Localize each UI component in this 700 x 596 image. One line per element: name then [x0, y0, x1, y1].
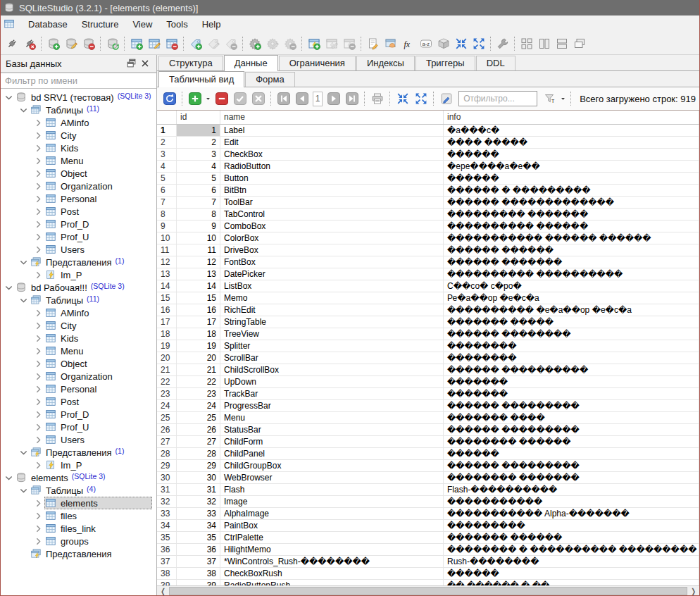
- cell-name[interactable]: TabControl: [220, 209, 444, 220]
- table-row[interactable]: 3333AlphaImage����������� Alpha-�������: [157, 508, 699, 520]
- table-row[interactable]: 1818TreeView������ ��������: [157, 328, 699, 340]
- chevron-down-icon[interactable]: [4, 92, 14, 103]
- mdi-cascade-button[interactable]: [570, 35, 588, 52]
- cell-info[interactable]: �������� � ���������� ��������� �������: [444, 544, 699, 555]
- chevron-right-icon[interactable]: [33, 118, 44, 128]
- table-row[interactable]: 77ToolBar������ �������������: [157, 197, 699, 209]
- row-number[interactable]: 11: [157, 244, 177, 256]
- tree-node-представления[interactable]: Представления(1): [1, 256, 156, 268]
- chevron-down-icon[interactable]: [18, 257, 29, 268]
- cell-id[interactable]: 6: [177, 185, 220, 196]
- cell-id[interactable]: 29: [177, 460, 220, 471]
- cell-info[interactable]: ������: [444, 448, 699, 459]
- cell-name[interactable]: ListBox: [220, 280, 444, 292]
- expand-windows-button[interactable]: [470, 35, 487, 52]
- chevron-right-icon[interactable]: [33, 244, 44, 255]
- new-index-button[interactable]: [187, 35, 204, 52]
- row-number[interactable]: 23: [157, 388, 177, 399]
- cell-info[interactable]: ���������� ������: [444, 221, 699, 232]
- cell-name[interactable]: AlphaImage: [220, 508, 444, 519]
- delete-row-button[interactable]: [213, 90, 230, 108]
- tree-node-body[interactable]: AMinfo: [44, 306, 152, 319]
- row-number[interactable]: 22: [157, 376, 177, 387]
- table-row[interactable]: 3030WebBrowser�������� �������: [157, 472, 699, 484]
- chevron-right-icon[interactable]: [33, 422, 44, 433]
- table-row[interactable]: 2929ChildGroupBox������ ���������: [157, 460, 699, 472]
- cell-info[interactable]: �а���с�: [444, 125, 699, 136]
- cell-name[interactable]: Memo: [220, 292, 444, 304]
- chevron-down-icon[interactable]: [4, 283, 14, 293]
- cell-info[interactable]: ������ ��������: [444, 328, 699, 340]
- row-number[interactable]: 29: [157, 460, 177, 471]
- cell-name[interactable]: ProgressBar: [220, 400, 444, 411]
- cell-info[interactable]: ������ ���������: [444, 400, 699, 411]
- chevron-right-icon[interactable]: [33, 194, 44, 204]
- cell-id[interactable]: 28: [177, 448, 220, 459]
- shrink-columns-button[interactable]: [394, 90, 411, 108]
- table-row[interactable]: 3535CtrlPalette������� ������: [157, 532, 699, 544]
- data-filter-input[interactable]: [458, 91, 537, 106]
- tree-node-таблицы[interactable]: Таблицы(4): [1, 484, 156, 497]
- tree-node-kids[interactable]: Kids: [1, 142, 156, 154]
- tree-node-post[interactable]: Post: [1, 205, 156, 218]
- edit-table-button[interactable]: [145, 35, 163, 52]
- chevron-right-icon[interactable]: [33, 397, 44, 407]
- row-number[interactable]: 28: [157, 448, 177, 459]
- row-number[interactable]: 35: [157, 532, 177, 543]
- cell-name[interactable]: ChildGroupBox: [220, 460, 444, 471]
- chevron-right-icon[interactable]: [33, 270, 44, 280]
- tree-node-im_p[interactable]: Im_P: [1, 459, 156, 471]
- row-number[interactable]: 12: [157, 256, 177, 268]
- tree-node-menu[interactable]: Menu: [1, 154, 156, 167]
- cell-info[interactable]: ������� �����: [444, 316, 699, 328]
- cell-id[interactable]: 20: [177, 352, 220, 364]
- tree-node-organization[interactable]: Organization: [1, 180, 156, 192]
- scroll-right-icon[interactable]: ❭: [687, 586, 699, 596]
- table-row[interactable]: 3737*WinControls_Rush-��������Rush-�����…: [157, 556, 699, 568]
- open-plugins-button[interactable]: [435, 35, 452, 52]
- tree-node-body[interactable]: Prof_U: [44, 421, 152, 433]
- cell-info[interactable]: �������: [444, 388, 699, 399]
- cell-info[interactable]: �� ������ � ��: [444, 580, 699, 585]
- cell-name[interactable]: DriveBox: [220, 244, 444, 256]
- tree-node-таблицы[interactable]: Таблицы(11): [1, 104, 156, 116]
- tree-node-object[interactable]: Object: [1, 357, 156, 370]
- page-number-input[interactable]: 1: [313, 92, 323, 106]
- cell-id[interactable]: 33: [177, 508, 220, 519]
- row-number[interactable]: 2: [157, 137, 177, 148]
- table-row[interactable]: 3939RadioButtonRush�� ������ � ��: [157, 580, 699, 585]
- mdi-tile-horizontal-button[interactable]: [553, 35, 570, 52]
- refresh-data-button[interactable]: [161, 90, 178, 108]
- tab-ограничения[interactable]: Ограничения: [279, 56, 356, 70]
- undock-panel-icon[interactable]: [125, 57, 138, 70]
- chevron-right-icon[interactable]: [33, 523, 44, 534]
- tree-node-im_p[interactable]: Im_P: [1, 268, 156, 281]
- refresh-schemas-button[interactable]: [104, 35, 121, 52]
- row-number[interactable]: 18: [157, 328, 177, 340]
- cell-name[interactable]: StringTable: [220, 316, 444, 328]
- cell-id[interactable]: 17: [177, 316, 220, 328]
- tree-node-prof_u[interactable]: Prof_U: [1, 421, 156, 433]
- chevron-right-icon[interactable]: [33, 460, 44, 471]
- cell-name[interactable]: BitBtn: [220, 185, 444, 196]
- chevron-right-icon[interactable]: [33, 130, 44, 141]
- tree-node-таблицы[interactable]: Таблицы(11): [1, 294, 156, 306]
- disconnect-button[interactable]: [20, 35, 38, 52]
- tree-node-body[interactable]: Menu: [44, 344, 152, 357]
- insert-row-button[interactable]: [186, 90, 204, 108]
- row-number[interactable]: 26: [157, 424, 177, 435]
- chevron-right-icon[interactable]: [33, 536, 44, 547]
- edit-database-button[interactable]: [62, 35, 80, 52]
- cell-info[interactable]: �����������: [444, 496, 699, 507]
- expand-columns-button[interactable]: [412, 90, 430, 108]
- tree-node-object[interactable]: Object: [1, 167, 156, 180]
- table-row[interactable]: 2626StatusBar������ ���������: [157, 424, 699, 436]
- scrollbar-thumb[interactable]: [169, 587, 687, 595]
- chevron-down-icon[interactable]: [18, 295, 29, 306]
- row-number[interactable]: 33: [157, 508, 177, 519]
- row-number[interactable]: 7: [157, 197, 177, 208]
- menu-item-structure[interactable]: Structure: [75, 17, 126, 32]
- row-number[interactable]: 31: [157, 484, 177, 495]
- tree-node-body[interactable]: Prof_D: [44, 218, 152, 230]
- cell-id[interactable]: 30: [177, 472, 220, 483]
